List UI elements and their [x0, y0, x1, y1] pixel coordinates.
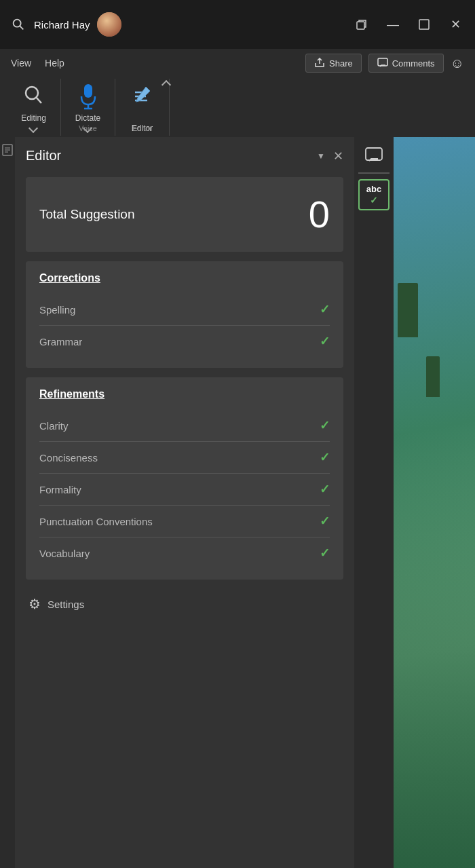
editor-header-controls: ▼ ✕	[317, 149, 343, 164]
ribbon: View Help Share Comments ☺	[0, 49, 475, 137]
editor-icon-group	[131, 83, 154, 111]
minimize-button[interactable]: —	[384, 16, 402, 33]
left-sidebar-tab	[0, 137, 15, 868]
dictate-icon	[78, 83, 98, 111]
editor-tool-group: Editor Editor	[115, 79, 170, 136]
share-button[interactable]: Share	[305, 54, 362, 73]
clarity-item[interactable]: Clarity ✓	[39, 410, 330, 441]
comment-icon-button[interactable]	[358, 143, 390, 174]
editor-dropdown-icon[interactable]: ▼	[317, 151, 325, 161]
svg-point-0	[14, 20, 21, 27]
bg-tree2	[426, 356, 440, 397]
clarity-label: Clarity	[39, 420, 69, 432]
punctuation-item[interactable]: Punctuation Conventions ✓	[39, 505, 330, 537]
restore-window-icon[interactable]	[353, 16, 370, 33]
formality-label: Formality	[39, 484, 81, 495]
editing-icon-group	[22, 83, 45, 109]
svg-rect-7	[84, 84, 92, 98]
ribbon-tools: Editing Dictate Voice	[0, 76, 176, 136]
total-suggestion-label: Total Suggestion	[39, 207, 135, 222]
svg-rect-2	[357, 22, 364, 29]
search-icon	[11, 17, 26, 32]
bg-trees	[394, 430, 475, 868]
share-icon	[314, 58, 325, 69]
total-suggestion-card: Total Suggestion 0	[26, 177, 343, 252]
ribbon-menu-help[interactable]: Help	[45, 58, 64, 69]
settings-icon: ⚙	[28, 596, 41, 612]
comment-icon	[365, 147, 383, 164]
collapse-icon	[162, 80, 171, 90]
grammar-check-icon: ✓	[320, 334, 330, 349]
left-tab-icon	[1, 144, 14, 159]
conciseness-check-icon: ✓	[320, 450, 330, 465]
spelling-check-icon: ✓	[320, 302, 330, 317]
editing-dropdown-icon	[28, 124, 38, 133]
settings-label: Settings	[48, 599, 84, 610]
svg-rect-3	[419, 20, 429, 29]
settings-row[interactable]: ⚙ Settings	[26, 589, 343, 619]
punctuation-check-icon: ✓	[320, 514, 330, 529]
bg-tree1	[398, 283, 418, 337]
avatar-image	[97, 12, 121, 37]
search-button[interactable]	[11, 17, 26, 32]
comments-icon	[377, 58, 388, 69]
dictate-icon-group	[78, 83, 98, 111]
editor-panel-title: Editor	[26, 148, 61, 164]
page-icon	[1, 144, 14, 156]
editor-group-label: Editor	[132, 124, 152, 133]
editor-panel-header: Editor ▼ ✕	[26, 148, 343, 168]
editor-icon	[131, 83, 154, 111]
avatar	[97, 12, 121, 37]
ribbon-menu-view[interactable]: View	[11, 58, 31, 69]
window-controls: — ✕	[353, 16, 464, 33]
voice-group-label: Voice	[79, 124, 97, 133]
ribbon-menu: View Help	[11, 58, 64, 69]
user-name-display: Richard Hay	[34, 12, 121, 37]
right-area: abc ✓	[354, 137, 475, 868]
corrections-title: Corrections	[39, 272, 330, 284]
formality-item[interactable]: Formality ✓	[39, 473, 330, 505]
refinements-title: Refinements	[39, 388, 330, 400]
comment-panel: abc ✓	[354, 137, 394, 868]
clarity-check-icon: ✓	[320, 418, 330, 433]
spelling-label: Spelling	[39, 304, 75, 316]
grammar-label: Grammar	[39, 336, 82, 347]
title-bar: Richard Hay — ✕	[0, 0, 475, 49]
editing-tool-group: Editing	[7, 79, 61, 136]
conciseness-item[interactable]: Conciseness ✓	[39, 441, 330, 473]
editing-icon	[22, 83, 45, 109]
ribbon-actions: Share Comments ☺	[305, 54, 464, 73]
refinements-section: Refinements Clarity ✓ Conciseness ✓ Form…	[26, 377, 343, 580]
editor-panel: Editor ▼ ✕ Total Suggestion 0 Correction…	[15, 137, 354, 868]
svg-line-6	[36, 97, 41, 103]
emoji-button[interactable]: ☺	[451, 56, 464, 71]
formality-check-icon: ✓	[320, 482, 330, 497]
abc-check-icon: ✓	[370, 195, 378, 206]
svg-line-1	[20, 26, 23, 29]
corrections-section: Corrections Spelling ✓ Grammar ✓	[26, 261, 343, 368]
total-suggestion-count: 0	[309, 195, 330, 233]
background-image-area	[394, 137, 475, 868]
conciseness-label: Conciseness	[39, 452, 98, 464]
comments-button[interactable]: Comments	[368, 54, 444, 73]
vocabulary-check-icon: ✓	[320, 546, 330, 561]
voice-tool-group: Dictate Voice	[61, 79, 115, 136]
spelling-item[interactable]: Spelling ✓	[39, 294, 330, 325]
abc-badge: abc ✓	[358, 179, 390, 210]
ribbon-top-row: View Help Share Comments ☺	[0, 49, 475, 77]
main-content: Editor ▼ ✕ Total Suggestion 0 Correction…	[0, 137, 475, 868]
vocabulary-item[interactable]: Vocabulary ✓	[39, 537, 330, 569]
abc-text: abc	[366, 184, 381, 194]
grammar-item[interactable]: Grammar ✓	[39, 325, 330, 357]
ribbon-collapse-button[interactable]	[163, 79, 170, 91]
dictate-label: Dictate	[75, 113, 100, 123]
punctuation-label: Punctuation Conventions	[39, 516, 153, 527]
editor-close-button[interactable]: ✕	[333, 149, 343, 164]
maximize-button[interactable]	[415, 16, 433, 33]
vocabulary-label: Vocabulary	[39, 548, 90, 559]
editing-label: Editing	[21, 113, 46, 123]
close-button[interactable]: ✕	[446, 16, 464, 33]
